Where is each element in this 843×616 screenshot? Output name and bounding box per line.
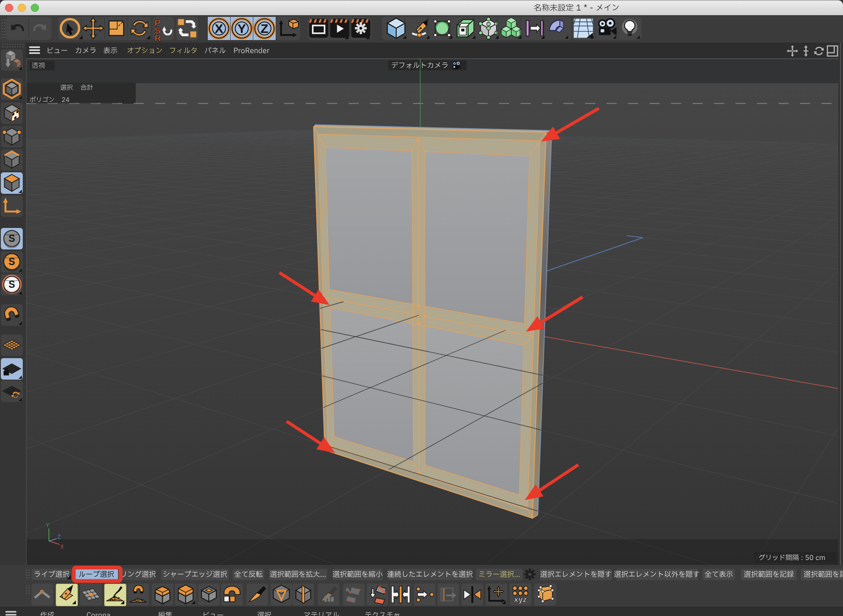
svg-text:Y: Y: [237, 21, 246, 35]
svg-text:xyz: xyz: [514, 595, 527, 604]
svg-text:Z: Z: [260, 21, 268, 35]
svg-text:S: S: [8, 233, 15, 244]
svg-text:S: S: [8, 256, 15, 267]
svg-text:S: S: [8, 279, 15, 290]
svg-text:R: R: [154, 33, 161, 43]
svg-text:X: X: [215, 21, 223, 35]
